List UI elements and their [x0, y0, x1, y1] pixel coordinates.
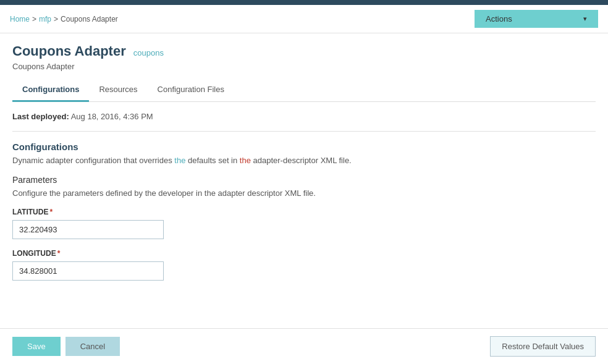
- desc-in: in: [196, 188, 202, 198]
- page-title: Coupons Adapter: [12, 43, 126, 59]
- tab-content: Last deployed: Aug 18, 2016, 4:36 PM Con…: [12, 102, 596, 300]
- breadcrumb-sep1: >: [32, 15, 36, 23]
- breadcrumb-current: Coupons Adapter: [61, 15, 118, 23]
- configurations-desc: Dynamic adapter configuration that overr…: [12, 156, 596, 165]
- latitude-label-text: LATITUDE: [12, 208, 48, 216]
- longitude-required: *: [57, 249, 61, 258]
- main-content: Coupons Adapter coupons Coupons Adapter …: [0, 33, 608, 310]
- page-tag: coupons: [133, 48, 164, 57]
- action-bar-left: Save Cancel: [12, 337, 120, 356]
- longitude-label-text: LONGITUDE: [12, 249, 56, 258]
- breadcrumb-bar: Home > mfp > Coupons Adapter Actions ▾: [0, 5, 608, 33]
- parameters-desc: Configure the parameters defined by the …: [12, 188, 596, 198]
- restore-defaults-button[interactable]: Restore Default Values: [490, 336, 596, 357]
- longitude-input[interactable]: [12, 261, 164, 281]
- breadcrumb-sep2: >: [54, 15, 58, 23]
- desc-red-1: the: [240, 156, 251, 165]
- latitude-input[interactable]: [12, 220, 164, 239]
- top-bar: [0, 0, 608, 5]
- page-header: Coupons Adapter coupons: [12, 43, 596, 59]
- last-deployed: Last deployed: Aug 18, 2016, 4:36 PM: [12, 112, 596, 132]
- tab-configurations[interactable]: Configurations: [12, 78, 89, 102]
- chevron-down-icon: ▾: [583, 15, 587, 23]
- parameters-section: Parameters Configure the parameters defi…: [12, 175, 596, 198]
- breadcrumb: Home > mfp > Coupons Adapter: [10, 15, 118, 23]
- latitude-field-group: LATITUDE *: [12, 208, 596, 239]
- actions-label: Actions: [486, 14, 512, 23]
- breadcrumb-home[interactable]: Home: [10, 15, 30, 23]
- last-deployed-value: Aug 18, 2016, 4:36 PM: [71, 112, 153, 121]
- longitude-label: LONGITUDE *: [12, 249, 596, 258]
- page-description: Coupons Adapter: [12, 62, 596, 71]
- last-deployed-label: Last deployed:: [12, 112, 69, 121]
- tab-resources[interactable]: Resources: [89, 78, 147, 102]
- cancel-button[interactable]: Cancel: [65, 337, 120, 356]
- actions-button[interactable]: Actions ▾: [475, 10, 598, 28]
- save-button[interactable]: Save: [12, 337, 61, 356]
- action-bar: Save Cancel Restore Default Values: [0, 328, 608, 364]
- longitude-field-group: LONGITUDE *: [12, 249, 596, 281]
- configurations-section: Configurations Dynamic adapter configura…: [12, 142, 596, 165]
- latitude-label: LATITUDE *: [12, 208, 596, 216]
- tabs-container: Configurations Resources Configuration F…: [12, 78, 596, 102]
- desc-teal-2: developer: [158, 188, 193, 198]
- parameters-title: Parameters: [12, 175, 596, 185]
- latitude-required: *: [49, 208, 53, 216]
- breadcrumb-mfp[interactable]: mfp: [39, 15, 51, 23]
- configurations-title: Configurations: [12, 142, 596, 152]
- tab-configuration-files[interactable]: Configuration Files: [148, 78, 234, 102]
- desc-teal-1: the: [174, 156, 185, 165]
